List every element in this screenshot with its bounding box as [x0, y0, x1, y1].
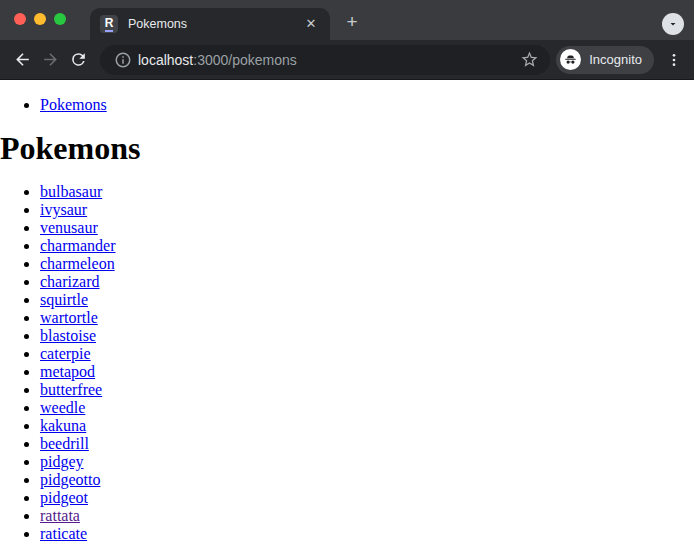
- pokemon-link[interactable]: charmeleon: [40, 255, 115, 272]
- incognito-icon: [560, 49, 581, 70]
- pokemon-link[interactable]: pidgeot: [40, 489, 88, 506]
- pokemon-list-item: pidgey: [40, 453, 694, 471]
- browser-window: R Pokemons ✕ + localhost:3000/pokemons: [0, 0, 694, 556]
- pokemon-link[interactable]: rattata: [40, 507, 80, 524]
- pokemon-list-item: wartortle: [40, 309, 694, 327]
- new-tab-button[interactable]: +: [340, 10, 364, 34]
- pokemon-link[interactable]: bulbasaur: [40, 183, 102, 200]
- pokemon-list-item: blastoise: [40, 327, 694, 345]
- chevron-down-icon[interactable]: [662, 13, 684, 35]
- bookmark-star-icon[interactable]: [518, 49, 540, 71]
- nav-list-item: Pokemons: [40, 96, 694, 114]
- pokemon-link[interactable]: weedle: [40, 399, 85, 416]
- page-content: Pokemons Pokemons bulbasaurivysaurvenusa…: [0, 80, 694, 556]
- pokemon-list-item: charizard: [40, 273, 694, 291]
- window-zoom-button[interactable]: [54, 13, 66, 25]
- pokemon-link[interactable]: squirtle: [40, 291, 88, 308]
- url-host: localhost: [138, 52, 193, 68]
- url-text[interactable]: localhost:3000/pokemons: [138, 52, 518, 68]
- site-info-icon[interactable]: [114, 51, 132, 69]
- incognito-label: Incognito: [589, 52, 642, 67]
- pokemon-link[interactable]: kakuna: [40, 417, 86, 434]
- reload-button[interactable]: [64, 46, 92, 74]
- pokemon-link[interactable]: metapod: [40, 363, 95, 380]
- pokemon-list-item: raticate: [40, 525, 694, 543]
- pokemon-list-item: caterpie: [40, 345, 694, 363]
- pokemon-link[interactable]: charmander: [40, 237, 116, 254]
- tab-close-icon[interactable]: ✕: [302, 15, 320, 33]
- pokemon-list-item: squirtle: [40, 291, 694, 309]
- url-path: :3000/pokemons: [193, 52, 297, 68]
- pokemon-list-item: beedrill: [40, 435, 694, 453]
- browser-tab[interactable]: R Pokemons ✕: [90, 8, 330, 40]
- pokemon-list: bulbasaurivysaurvenusaurcharmandercharme…: [0, 183, 694, 543]
- toolbar: localhost:3000/pokemons Incognito: [0, 40, 694, 80]
- pokemon-link[interactable]: pidgey: [40, 453, 84, 470]
- window-minimize-button[interactable]: [34, 13, 46, 25]
- pokemon-link[interactable]: caterpie: [40, 345, 91, 362]
- pokemon-link[interactable]: butterfree: [40, 381, 102, 398]
- pokemon-link[interactable]: beedrill: [40, 435, 89, 452]
- back-button[interactable]: [8, 46, 36, 74]
- pokemon-link[interactable]: charizard: [40, 273, 100, 290]
- window-controls: [14, 13, 66, 27]
- page-title: Pokemons: [0, 130, 694, 167]
- pokemon-list-item: venusaur: [40, 219, 694, 237]
- tab-title: Pokemons: [128, 17, 302, 31]
- forward-button[interactable]: [36, 46, 64, 74]
- pokemon-list-item: pidgeotto: [40, 471, 694, 489]
- pokemon-link[interactable]: ivysaur: [40, 201, 87, 218]
- remix-favicon-icon: R: [100, 15, 118, 33]
- favicon-letter: R: [105, 17, 114, 32]
- pokemon-list-item: rattata: [40, 507, 694, 525]
- pokemon-list-item: ivysaur: [40, 201, 694, 219]
- pokemon-list-item: metapod: [40, 363, 694, 381]
- pokemon-link[interactable]: raticate: [40, 525, 87, 542]
- pokemon-list-item: butterfree: [40, 381, 694, 399]
- pokemon-list-item: pidgeot: [40, 489, 694, 507]
- window-close-button[interactable]: [14, 13, 26, 25]
- tab-strip: R Pokemons ✕ +: [0, 0, 694, 40]
- pokemon-list-item: charmander: [40, 237, 694, 255]
- pokemon-link[interactable]: venusaur: [40, 219, 98, 236]
- pokemon-link[interactable]: blastoise: [40, 327, 96, 344]
- pokemon-link[interactable]: pidgeotto: [40, 471, 100, 488]
- pokemon-link[interactable]: wartortle: [40, 309, 98, 326]
- pokemon-list-item: kakuna: [40, 417, 694, 435]
- address-bar[interactable]: localhost:3000/pokemons: [100, 45, 550, 75]
- incognito-badge: Incognito: [556, 46, 654, 74]
- pokemon-list-item: charmeleon: [40, 255, 694, 273]
- browser-menu-icon[interactable]: [662, 48, 686, 72]
- pokemon-list-item: bulbasaur: [40, 183, 694, 201]
- nav-list: Pokemons: [0, 96, 694, 114]
- pokemon-list-item: weedle: [40, 399, 694, 417]
- nav-link[interactable]: Pokemons: [40, 96, 107, 113]
